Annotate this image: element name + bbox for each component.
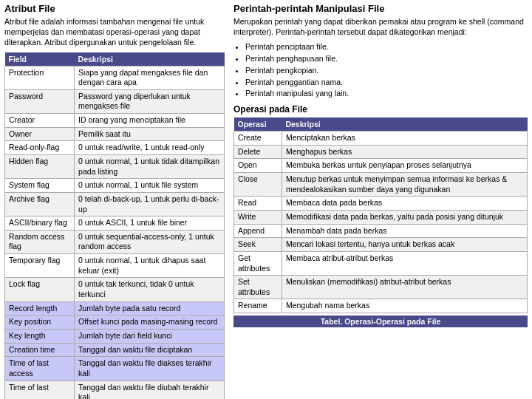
table-cell: System flag bbox=[5, 179, 75, 193]
table-cell: Menambah data pada berkas bbox=[282, 224, 527, 238]
table-cell: Jumlah byte pada satu record bbox=[75, 301, 225, 316]
left-description: Atribut file adalah informasi tambahan m… bbox=[4, 16, 225, 48]
table-cell: Get attributes bbox=[234, 251, 282, 275]
table-cell: Creator bbox=[5, 114, 75, 128]
table-cell: Memodifikasi data pada berkas, yaitu pad… bbox=[282, 210, 527, 224]
table-cell: Offset kunci pada masing-masing record bbox=[75, 316, 225, 330]
table-cell: 0 untuk sequential-access-only, 1 untuk … bbox=[75, 230, 225, 253]
table-cell: Tanggal dan waktu file diciptakan bbox=[75, 343, 225, 357]
table-cell: Owner bbox=[5, 127, 75, 141]
op-title: Operasi pada File bbox=[233, 104, 528, 115]
table-cell: 0 untuk read/write, 1 untuk read-only bbox=[75, 141, 225, 155]
table-cell: Menghapus berkas bbox=[282, 145, 527, 159]
table-cell: Lock flag bbox=[5, 278, 75, 301]
table-cell: Tanggal dan waktu file diakses terakhir … bbox=[75, 357, 225, 381]
list-item: Perintah manipulasi yang lain. bbox=[245, 88, 528, 100]
table-cell: Random access flag bbox=[5, 230, 75, 253]
table-cell: Mengubah nama berkas bbox=[282, 299, 527, 313]
table-cell: Menuliskan (memodifikasi) atribut-atribu… bbox=[282, 276, 527, 299]
bullet-list: Perintah penciptaan file.Perintah pengha… bbox=[245, 41, 528, 100]
table-cell: 0 untuk normal, 1 untuk dihapus saat kel… bbox=[75, 254, 225, 278]
table-cell: Protection bbox=[5, 66, 75, 89]
table-cell: Key length bbox=[5, 329, 75, 343]
table-cell: Time of last bbox=[5, 381, 75, 399]
table-cell: Membuka berkas untuk penyiapan proses se… bbox=[282, 159, 527, 173]
list-item: Perintah penciptaan file. bbox=[245, 41, 528, 53]
table-cell: Read-only-flag bbox=[5, 141, 75, 155]
table-cell: Siapa yang dapat mengakses file dan deng… bbox=[75, 66, 225, 89]
table-cell: Close bbox=[234, 173, 282, 197]
table-cell: Time of last access bbox=[5, 357, 75, 381]
op-col-deskripsi: Deskripsi bbox=[282, 117, 527, 132]
attr-col-field: Field bbox=[5, 52, 75, 66]
table-cell: Membaca atribut-atribut berkas bbox=[282, 251, 527, 275]
table-cell: Set attributes bbox=[234, 276, 282, 299]
table-cell: 0 telah di-back-up, 1 untuk perlu di-bac… bbox=[75, 192, 225, 216]
table-cell: Rename bbox=[234, 299, 282, 313]
list-item: Perintah penghapusan file. bbox=[245, 53, 528, 65]
table-cell: Key position bbox=[5, 316, 75, 330]
table-cell: Menciptakan berkas bbox=[282, 132, 527, 146]
table-cell: Mencari lokasi tertentu, hanya untuk ber… bbox=[282, 238, 527, 252]
op-table-caption: Tabel. Operasi-Operasi pada File bbox=[233, 316, 528, 327]
list-item: Perintah pengkopian. bbox=[245, 65, 528, 77]
right-panel: Perintah-perintah Manipulasi File Merupa… bbox=[229, 0, 532, 399]
table-cell: Membaca data pada berkas bbox=[282, 197, 527, 211]
table-cell: ASCII/binary flag bbox=[5, 216, 75, 231]
operations-table: Operasi Deskripsi CreateMenciptakan berk… bbox=[233, 117, 528, 313]
op-col-operasi: Operasi bbox=[234, 117, 282, 132]
table-cell: Delete bbox=[234, 145, 282, 159]
right-title: Perintah-perintah Manipulasi File bbox=[233, 3, 528, 14]
table-cell: ID orang yang menciptakan file bbox=[75, 114, 225, 128]
table-cell: 0 untuk ASCII, 1 untuk file biner bbox=[75, 216, 225, 231]
table-cell: Jumlah byte dari field kunci bbox=[75, 329, 225, 343]
table-cell: 0 untuk normal, 1 untuk tidak ditampilka… bbox=[75, 155, 225, 179]
table-cell: Read bbox=[234, 197, 282, 211]
table-cell: Open bbox=[234, 159, 282, 173]
table-cell: Create bbox=[234, 132, 282, 146]
table-cell: Creation time bbox=[5, 343, 75, 357]
table-cell: Seek bbox=[234, 238, 282, 252]
table-cell: 0 untuk normal, 1 untuk file system bbox=[75, 179, 225, 193]
attr-col-desc: Deskripsi bbox=[75, 52, 225, 66]
attribute-table: Field Deskripsi ProtectionSiapa yang dap… bbox=[4, 52, 225, 399]
list-item: Perintah penggantian nama. bbox=[245, 77, 528, 89]
table-cell: Record length bbox=[5, 301, 75, 316]
table-cell: Hidden flag bbox=[5, 155, 75, 179]
table-cell: Menutup berkas untuk menyimpan semua inf… bbox=[282, 173, 527, 197]
table-cell: Write bbox=[234, 210, 282, 224]
left-title: Atribut File bbox=[4, 3, 225, 14]
left-panel: Atribut File Atribut file adalah informa… bbox=[0, 0, 229, 399]
table-cell: 0 untuk tak terkunci, tidak 0 untuk terk… bbox=[75, 278, 225, 301]
table-cell: Temporary flag bbox=[5, 254, 75, 278]
right-description: Merupakan perintah yang dapat diberikan … bbox=[233, 16, 528, 37]
table-cell: Tanggal dan waktu file diubah terakhir k… bbox=[75, 381, 225, 399]
table-cell: Pemilik saat itu bbox=[75, 127, 225, 141]
table-cell: Password yang diperlukan untuk mengakses… bbox=[75, 89, 225, 113]
table-cell: Append bbox=[234, 224, 282, 238]
table-cell: Archive flag bbox=[5, 192, 75, 216]
table-cell: Password bbox=[5, 89, 75, 113]
